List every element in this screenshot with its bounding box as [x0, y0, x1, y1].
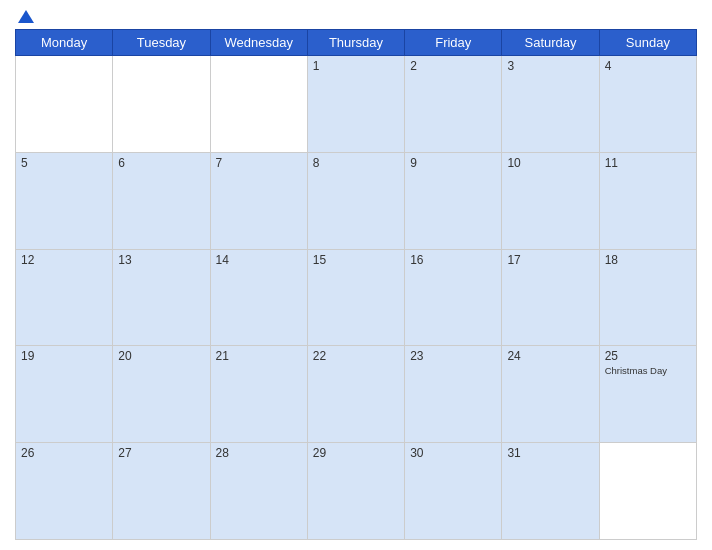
weekday-header-monday: Monday	[16, 30, 113, 56]
day-number: 12	[21, 253, 107, 267]
day-number: 13	[118, 253, 204, 267]
day-number: 5	[21, 156, 107, 170]
calendar-cell: 12	[16, 249, 113, 346]
calendar-cell: 5	[16, 152, 113, 249]
calendar-cell: 4	[599, 56, 696, 153]
calendar-cell: 6	[113, 152, 210, 249]
calendar-cell: 24	[502, 346, 599, 443]
calendar-cell: 10	[502, 152, 599, 249]
day-number: 3	[507, 59, 593, 73]
day-number: 10	[507, 156, 593, 170]
calendar-cell: 23	[405, 346, 502, 443]
calendar-cell: 19	[16, 346, 113, 443]
day-number: 11	[605, 156, 691, 170]
day-number: 7	[216, 156, 302, 170]
logo-triangle-icon	[18, 10, 34, 23]
day-number: 9	[410, 156, 496, 170]
calendar-cell: 28	[210, 443, 307, 540]
day-number: 18	[605, 253, 691, 267]
logo	[15, 10, 115, 23]
calendar-cell: 26	[16, 443, 113, 540]
calendar-week-row: 19202122232425Christmas Day	[16, 346, 697, 443]
weekday-header-wednesday: Wednesday	[210, 30, 307, 56]
calendar-cell: 8	[307, 152, 404, 249]
calendar-week-row: 12131415161718	[16, 249, 697, 346]
calendar-week-row: 262728293031	[16, 443, 697, 540]
calendar-cell: 9	[405, 152, 502, 249]
weekday-header-sunday: Sunday	[599, 30, 696, 56]
day-number: 23	[410, 349, 496, 363]
calendar-cell: 15	[307, 249, 404, 346]
day-number: 15	[313, 253, 399, 267]
day-number: 28	[216, 446, 302, 460]
day-number: 26	[21, 446, 107, 460]
day-number: 16	[410, 253, 496, 267]
weekday-header-row: MondayTuesdayWednesdayThursdayFridaySatu…	[16, 30, 697, 56]
day-number: 30	[410, 446, 496, 460]
weekday-header-tuesday: Tuesday	[113, 30, 210, 56]
calendar-cell: 21	[210, 346, 307, 443]
day-number: 20	[118, 349, 204, 363]
day-number: 2	[410, 59, 496, 73]
calendar-cell: 2	[405, 56, 502, 153]
calendar-header	[15, 10, 697, 23]
day-number: 1	[313, 59, 399, 73]
day-number: 22	[313, 349, 399, 363]
calendar-cell: 1	[307, 56, 404, 153]
weekday-header-thursday: Thursday	[307, 30, 404, 56]
day-number: 17	[507, 253, 593, 267]
day-number: 24	[507, 349, 593, 363]
calendar-cell: 11	[599, 152, 696, 249]
calendar-cell	[16, 56, 113, 153]
calendar-cell	[113, 56, 210, 153]
calendar-cell: 31	[502, 443, 599, 540]
calendar-cell: 30	[405, 443, 502, 540]
calendar-table: MondayTuesdayWednesdayThursdayFridaySatu…	[15, 29, 697, 540]
calendar-cell: 27	[113, 443, 210, 540]
calendar-cell: 20	[113, 346, 210, 443]
calendar-cell: 14	[210, 249, 307, 346]
holiday-label: Christmas Day	[605, 365, 691, 376]
calendar-cell: 22	[307, 346, 404, 443]
calendar-week-row: 567891011	[16, 152, 697, 249]
calendar-cell	[599, 443, 696, 540]
day-number: 29	[313, 446, 399, 460]
calendar-cell: 16	[405, 249, 502, 346]
calendar-cell	[210, 56, 307, 153]
calendar-cell: 7	[210, 152, 307, 249]
calendar-cell: 29	[307, 443, 404, 540]
day-number: 8	[313, 156, 399, 170]
day-number: 14	[216, 253, 302, 267]
day-number: 31	[507, 446, 593, 460]
day-number: 19	[21, 349, 107, 363]
calendar-cell: 25Christmas Day	[599, 346, 696, 443]
calendar-cell: 13	[113, 249, 210, 346]
day-number: 6	[118, 156, 204, 170]
calendar-cell: 17	[502, 249, 599, 346]
calendar-cell: 18	[599, 249, 696, 346]
weekday-header-saturday: Saturday	[502, 30, 599, 56]
calendar-cell: 3	[502, 56, 599, 153]
day-number: 21	[216, 349, 302, 363]
day-number: 25	[605, 349, 691, 363]
weekday-header-friday: Friday	[405, 30, 502, 56]
day-number: 27	[118, 446, 204, 460]
calendar-week-row: 1234	[16, 56, 697, 153]
day-number: 4	[605, 59, 691, 73]
